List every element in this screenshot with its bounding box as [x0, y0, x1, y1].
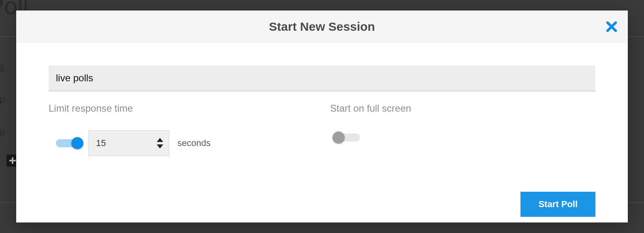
limit-response-toggle[interactable] [56, 139, 82, 147]
options-row: Limit response time seconds [49, 103, 595, 156]
seconds-unit-label: seconds [177, 138, 211, 148]
stepper-arrows [155, 131, 165, 156]
modal-title: Start New Session [269, 20, 375, 34]
seconds-input[interactable] [96, 138, 149, 148]
background-option-label: Op [0, 94, 5, 105]
fullscreen-label: Start on full screen [330, 103, 595, 114]
limit-response-label: Limit response time [49, 103, 314, 114]
close-icon [606, 21, 618, 33]
session-name-input[interactable] [49, 66, 595, 91]
modal-header: Start New Session [16, 11, 628, 43]
limit-response-option: Limit response time seconds [49, 103, 314, 156]
fullscreen-option: Start on full screen [330, 103, 595, 156]
stepper-down-icon[interactable] [157, 144, 163, 148]
toggle-knob [333, 131, 345, 144]
background-label: as [0, 61, 5, 74]
limit-response-controls: seconds [56, 130, 314, 156]
background-option-label: Op [0, 126, 5, 138]
modal-footer: Start Poll [16, 192, 628, 217]
toggle-knob [71, 137, 83, 149]
seconds-stepper[interactable] [88, 130, 169, 156]
stepper-up-icon[interactable] [157, 138, 163, 142]
start-session-modal: Start New Session Limit response time [16, 11, 628, 222]
start-poll-button[interactable]: Start Poll [520, 192, 595, 217]
fullscreen-toggle[interactable] [334, 133, 360, 142]
close-button[interactable] [604, 19, 619, 34]
